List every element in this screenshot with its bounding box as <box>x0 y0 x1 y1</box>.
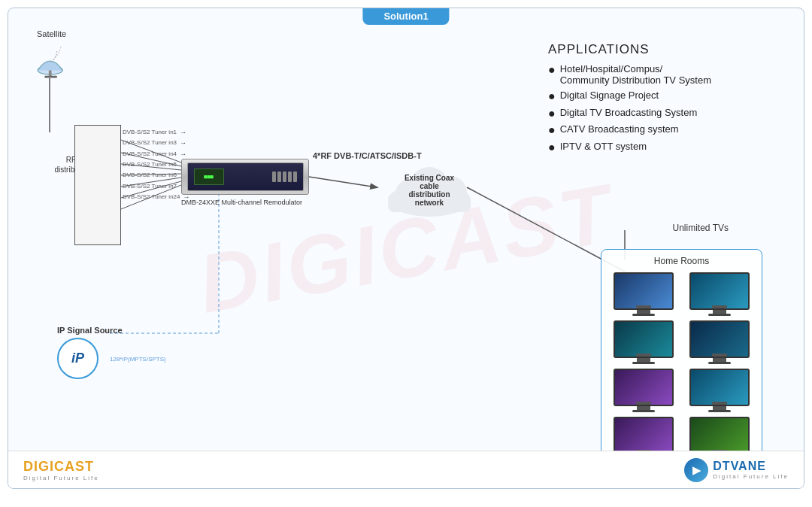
home-rooms-title: Home Rooms <box>607 256 756 266</box>
tv-screen-5 <box>689 369 750 406</box>
tv-base-2 <box>632 362 655 364</box>
tuner-labels: DVB-S/S2 Tuner in1→DVB-S/S2 Tuner in3→DV… <box>123 127 189 203</box>
unlimited-tvs-label: Unlimited TVs <box>673 223 729 233</box>
tuner-label-6: DVB-S/S2 Tuner in24→ <box>123 192 189 202</box>
dtvane-name: DTVANE <box>713 460 789 473</box>
tuner-label-3: DVB-S/S2 Tuner in5→ <box>123 159 189 170</box>
satellite-label: Satellite <box>31 29 72 38</box>
tuner-label-1: DVB-S/S2 Tuner in3→ <box>123 138 189 148</box>
rf-distributor-box <box>74 125 121 245</box>
tv-base-3 <box>708 362 731 364</box>
svg-rect-15 <box>44 76 56 78</box>
main-diagram: DIGICAST Solution1 Satellite <box>8 8 804 489</box>
satellite-icon <box>31 41 72 83</box>
tv-item-3 <box>684 320 756 364</box>
cloud-container: Existing Coax cable distribution network <box>377 155 482 226</box>
tv-item-5 <box>684 369 756 412</box>
tv-base-5 <box>708 410 731 412</box>
applications-title: APPLICATIONS <box>548 42 781 57</box>
home-rooms-box: Home Rooms <box>601 249 762 463</box>
application-item-2: ●Digital TV Broadcasting System <box>548 107 781 120</box>
ip-stream-label: 128*IP(MPTS/SPTS) <box>110 356 166 363</box>
digicast-tagline: Digital Future Life <box>23 475 99 481</box>
ip-signal-label: IP Signal Source <box>57 326 123 335</box>
digicast-name: DIGICAST <box>23 459 99 475</box>
device-ports <box>272 172 297 182</box>
tv-item-0 <box>607 272 680 316</box>
application-item-4: ●IPTV & OTT system <box>548 141 781 154</box>
tv-item-4 <box>607 369 680 412</box>
tv-screen-6 <box>614 417 674 454</box>
tuner-label-2: DVB-S/S2 Tuner in4→ <box>123 149 189 159</box>
tv-screen-4 <box>614 369 674 406</box>
tuner-label-0: DVB-S/S2 Tuner in1→ <box>123 127 189 138</box>
ip-section: IP Signal Source iP <box>57 326 123 379</box>
dtvane-logo: ▶ DTVANE Digital Future Life <box>684 458 789 482</box>
tv-screen-2 <box>614 320 674 358</box>
tv-screen-3 <box>689 320 750 358</box>
tv-item-1 <box>684 272 756 316</box>
ip-circle: iP <box>57 338 98 379</box>
cloud-label: Existing Coax cable distribution network <box>403 174 456 207</box>
tuner-label-4: DVB-S/S2 Tuner in6→ <box>123 171 189 181</box>
tv-item-2 <box>607 320 680 364</box>
tv-screen-0 <box>614 272 674 310</box>
tv-base-0 <box>632 314 655 316</box>
solution-tab: Solution1 <box>362 8 449 25</box>
dtvane-icon: ▶ <box>684 458 708 482</box>
application-item-0: ●Hotel/Hospital/Compus/Community Distrib… <box>548 63 781 86</box>
tuner-label-5: DVB-S/S2 Tuner in7→ <box>123 181 189 192</box>
dtvane-text-block: DTVANE Digital Future Life <box>713 460 789 480</box>
application-item-3: ●CATV Broadcasting system <box>548 123 781 137</box>
tv-screen-7 <box>689 417 750 454</box>
tv-base-1 <box>708 314 731 316</box>
footer: DIGICAST Digital Future Life ▶ DTVANE Di… <box>8 451 804 488</box>
tv-screen-1 <box>689 272 750 310</box>
application-item-1: ●Digital Signage Project <box>548 90 781 103</box>
digicast-logo: DIGICAST Digital Future Life <box>23 459 99 481</box>
applications-list: ●Hotel/Hospital/Compus/Community Distrib… <box>548 63 781 153</box>
ip-icon-text: iP <box>71 351 84 366</box>
svg-line-8 <box>309 177 377 187</box>
satellite-section: Satellite <box>31 29 72 86</box>
device-label: DMB-24XXE Multi-channel Remodulator <box>181 199 302 206</box>
tv-base-4 <box>632 410 655 412</box>
device-display: ■■■ <box>194 168 224 185</box>
applications-box: APPLICATIONS ●Hotel/Hospital/Compus/Comm… <box>548 42 781 157</box>
remodulator-device: ■■■ <box>181 159 309 195</box>
dtvane-tagline: Digital Future Life <box>713 473 789 480</box>
